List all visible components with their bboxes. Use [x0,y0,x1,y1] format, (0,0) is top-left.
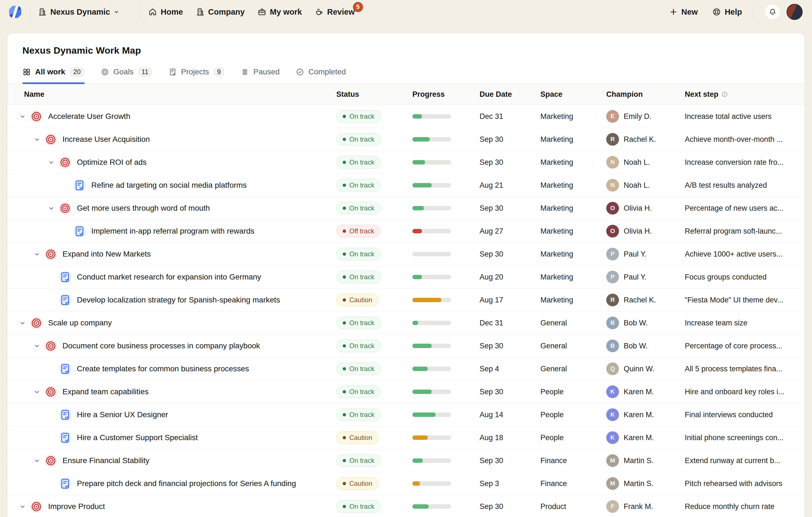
table-row[interactable]: Expand into New Markets On track Sep 30 … [7,243,805,266]
table-row[interactable]: Increase User Acquisition On track Sep 3… [7,128,805,151]
table-row[interactable]: Hire a Senior UX Designer On track Aug 1… [7,403,805,426]
status-badge[interactable]: On track [336,179,381,191]
table-row[interactable]: Ensure Financial Stability On track Sep … [7,449,805,472]
row-name[interactable]: Accelerate User Growth [48,112,130,121]
row-name[interactable]: Improve Product [48,502,105,511]
app-logo-icon[interactable] [8,5,22,19]
status-badge[interactable]: On track [336,339,381,352]
status-badge[interactable]: On track [336,156,381,169]
table-row[interactable]: Hire a Customer Support Specialist Cauti… [7,426,805,449]
status-badge[interactable]: On track [336,133,381,146]
row-name[interactable]: Implement in-app referral program with r… [91,227,255,236]
tab-label: Completed [308,67,346,76]
row-name[interactable]: Hire a Senior UX Designer [77,410,168,419]
chevron-down-icon[interactable] [32,136,42,143]
table-row[interactable]: Conduct market research for expansion in… [7,266,805,288]
table-row[interactable]: Document core business processes in comp… [7,335,805,358]
progress-cell [407,390,473,394]
row-name[interactable]: Get more users through word of mouth [77,204,210,213]
row-name[interactable]: Ensure Financial Stability [62,456,149,465]
status-badge[interactable]: On track [336,362,381,375]
column-header-space[interactable]: Space [534,90,598,99]
row-name[interactable]: Hire a Customer Support Specialist [77,433,198,442]
table-row[interactable]: Get more users through word of mouth On … [7,197,805,220]
help-button[interactable]: Help [712,7,742,17]
status-badge[interactable]: On track [336,454,381,467]
column-header-progress[interactable]: Progress [407,90,473,99]
status-label: On track [349,158,375,166]
table-row[interactable]: Implement in-app referral program with r… [7,220,805,243]
status-badge[interactable]: On track [336,202,381,215]
row-name[interactable]: Expand into New Markets [62,250,151,258]
status-badge[interactable]: On track [336,316,381,329]
nav-item-my-work[interactable]: My work [258,7,302,17]
work-map-card: Nexus Dynamic Work Map All work 20 Goals… [7,33,805,517]
status-badge[interactable]: Caution [336,294,379,306]
user-avatar[interactable] [787,4,803,20]
table-row[interactable]: Refine ad targeting on social media plat… [7,174,805,197]
column-header-next-step[interactable]: Next step [681,90,805,99]
status-badge[interactable]: On track [336,408,381,421]
chevron-down-icon[interactable] [18,320,27,327]
notifications-button[interactable] [764,4,781,20]
row-name[interactable]: Prepare pitch deck and financial project… [77,479,296,488]
chevron-down-icon[interactable] [32,342,42,349]
table-row[interactable]: Create templates for common business pro… [7,358,805,381]
tab-projects[interactable]: Projects 9 [168,67,225,84]
table-row[interactable]: Accelerate User Growth On track Dec 31 M… [7,105,805,128]
next-step-cell: Achieve 1000+ active users... [681,250,805,258]
due-date: Aug 17 [473,296,534,304]
table-row[interactable]: Prepare pitch deck and financial project… [7,472,805,495]
status-badge[interactable]: On track [336,386,381,398]
row-name[interactable]: Refine ad targeting on social media plat… [91,181,247,190]
row-name[interactable]: Optimize ROI of ads [77,158,147,167]
table-row[interactable]: Develop localization strategy for Spanis… [7,288,805,312]
chevron-down-icon[interactable] [18,113,27,120]
status-badge[interactable]: Caution [336,477,379,490]
tab-all-work[interactable]: All work 20 [22,67,85,84]
row-name[interactable]: Develop localization strategy for Spanis… [77,296,280,304]
column-header-name[interactable]: Name [7,90,330,99]
table-row[interactable]: Improve Product On track Sep 30 Product … [7,495,805,517]
column-header-champion[interactable]: Champion [598,90,681,99]
column-header-due-date[interactable]: Due Date [473,90,534,99]
row-name[interactable]: Increase User Acquisition [62,135,150,144]
row-name[interactable]: Document core business processes in comp… [62,341,260,350]
status-badge[interactable]: Off track [336,225,381,238]
nav-item-review[interactable]: Review 5 [315,7,355,17]
champion-name: Noah L. [624,181,650,190]
table-row[interactable]: Optimize ROI of ads On track Sep 30 Mark… [7,151,805,174]
row-name[interactable]: Expand team capabilities [62,387,148,396]
new-button[interactable]: New [669,7,698,17]
tab-completed[interactable]: Completed [296,67,346,84]
row-name[interactable]: Create templates for common business pro… [77,364,249,373]
chevron-down-icon[interactable] [46,159,56,166]
tab-paused[interactable]: Paused [241,67,280,84]
nav-item-company[interactable]: Company [196,7,245,17]
tab-goals[interactable]: Goals 11 [101,67,152,84]
status-badge[interactable]: On track [336,271,381,283]
table-row[interactable]: Scale up company On track Dec 31 General… [7,312,805,335]
column-header-status[interactable]: Status [330,90,407,99]
tab-count-badge: 20 [69,67,85,77]
next-step-text: Extend runway at current b... [685,456,780,465]
chevron-down-icon[interactable] [32,457,42,464]
nav-item-home[interactable]: Home [148,7,183,17]
next-step-cell: Percentage of new users ac... [681,204,805,213]
chevron-down-icon[interactable] [32,389,42,395]
chevron-down-icon[interactable] [46,205,56,212]
status-badge[interactable]: On track [336,500,381,513]
chevron-down-icon[interactable] [32,251,42,258]
row-name[interactable]: Scale up company [48,318,112,327]
status-label: Caution [349,434,372,442]
progress-cell [407,298,473,302]
chevron-down-icon[interactable] [18,503,27,510]
info-icon[interactable] [721,91,728,98]
status-badge[interactable]: Caution [336,431,379,444]
status-badge[interactable]: On track [336,110,381,123]
row-name[interactable]: Conduct market research for expansion in… [77,273,261,281]
table-row[interactable]: Expand team capabilities On track Sep 30… [7,381,805,403]
org-switcher[interactable]: Nexus Dynamic [38,7,120,17]
progress-fill [412,298,441,302]
status-badge[interactable]: On track [336,248,381,261]
